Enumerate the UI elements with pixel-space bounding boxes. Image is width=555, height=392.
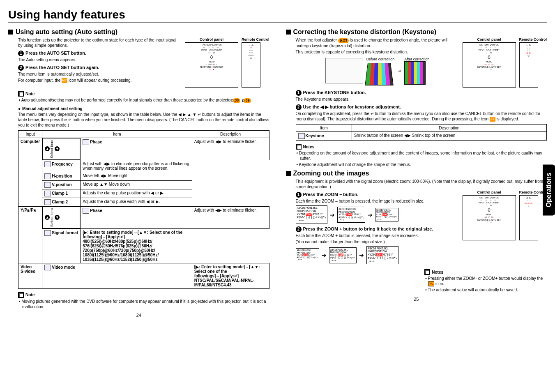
side-tab-operations: Operations (543, 164, 555, 215)
desc-videomode: [▶: Enter to setting mode]→[▲▼: Select o… (192, 263, 269, 288)
page-main-title: Using handy features (8, 8, 547, 23)
zoom-intro: This equipment is provided with the digi… (296, 179, 547, 189)
zoom-display-icon: ⤡ (428, 281, 434, 286)
desc-hpos: Move left ◀▶ Move right (81, 172, 192, 180)
arrow-icon: ➔ (322, 252, 327, 258)
row-input-computer: Computer (18, 138, 42, 206)
zoom-note-1: Pressing either the ZOOM- or ZOOM+ butto… (424, 276, 547, 286)
zoom-diagrams: Control panel FAN TEMP LAMP ON○ ○ ○ ○ IN… (463, 190, 547, 240)
zoom-control-panel: FAN TEMP LAMP ON○ ○ ○ ○ INPUT ON/STANDBY… (463, 195, 516, 240)
section-keystone-title: Correcting the keystone distortion (Keys… (286, 28, 547, 36)
th-desc: Description (192, 130, 269, 138)
select-item-label: Select Item (50, 140, 54, 158)
note-heading: Note (18, 91, 269, 97)
zoom-notes-heading: Notes (424, 269, 547, 275)
after-label: After correction (404, 57, 429, 61)
kst-th-item: Item (296, 125, 352, 132)
kst-step-1: 1Press the KEYSTONE button. (296, 90, 547, 96)
desc-vpos: Move up ▲▼ Move down (81, 180, 192, 189)
desc-frequency: Adjust with ◀▶ to eliminate periodic pat… (81, 160, 192, 172)
item-videomode: Video mode (42, 263, 192, 288)
desc-clamp2: Adjusts the clamp pulse width with ◀ or … (81, 198, 192, 206)
note-body: Auto adjustment/setting may not be perfo… (18, 97, 269, 103)
kst-th-desc: Description (352, 125, 546, 132)
arrow-icon: ➔ (359, 252, 364, 258)
item-vpos: V-position (42, 180, 81, 189)
kst-row-desc: Shrink button of the screen ◀▶ Shrink to… (352, 132, 546, 141)
zoom-sample-s2: ABCDEFGHIJKLMNOPQRSTUVWXYZ0123456789!"#$… (329, 247, 357, 263)
row-input-video: Video S-video (18, 263, 42, 288)
kst-step-2: 2Use the ◀ ▶ buttons for keystone adjust… (296, 104, 547, 110)
page-ref-23: p.23 (338, 38, 349, 43)
item-phase2: Phase (81, 206, 192, 228)
arrow-icon: ➔ (368, 212, 373, 218)
zoom-in-samples: ABCDEFGHIJKLMNOPQRSTUVWXYZ0123456789!"#$… (296, 246, 547, 264)
projector-icon (325, 58, 363, 83)
item-frequency: Frequency (42, 160, 81, 172)
manual-heading: Manual adjustment and setting (18, 106, 269, 111)
keystone-illustration: Before correction ➔ After correction (296, 57, 459, 85)
item-clamp2: Clamp 2 (42, 198, 81, 206)
section-zoom-title: Zooming out the images (286, 170, 547, 177)
kst-remote-diagram: ○ ⊚○ ○○ ○⊙ ⊙⊝ (519, 42, 538, 88)
before-label: Before correction (366, 57, 395, 61)
arrow-icon: ➔ (330, 212, 335, 218)
item-hpos: H-position (42, 172, 81, 180)
keystone-diagrams: Control panel FAN TEMP LAMP ON○ ○ ○ ○ IN… (463, 37, 547, 88)
desc-clamp1: Adjusts the clamp pulse position with ◀ … (81, 189, 192, 198)
control-diagrams: Control panel FAN TEMP LAMP ON ○ ○ ○ ○ I… (185, 37, 269, 88)
section-auto-setting-title: Using auto setting (Auto setting) (8, 28, 269, 36)
item-signalformat: Signal format (42, 228, 81, 263)
control-panel-label: Control panel (185, 37, 238, 42)
item-clamp1: Clamp 1 (42, 189, 81, 198)
kst-control-panel: FAN TEMP LAMP ON○ ○ ○ ○ INPUT ON/STANDBY… (463, 42, 516, 88)
th-input: Input (18, 130, 42, 138)
kst-notes-heading: Notes (296, 144, 547, 150)
right-page: Correcting the keystone distortion (Keys… (286, 26, 547, 318)
zoom-sample-2: ABCDEFGHIJKLMNOPQRSTUVWXYZ0123456789!"#$… (337, 207, 365, 223)
note2-body: Moving pictures generated with the DVD s… (18, 299, 269, 309)
up-down-icon: ▼ (55, 146, 60, 151)
row-input-ypbpr: Y/Pʙ/Pʀ (18, 206, 42, 263)
desc-signalformat: [▶: Enter to setting mode]→[▲▼: Select o… (81, 228, 192, 263)
zoom-sample-3: ABCDEFGHIJKLMNOPQRSTUVWXYZ0123456789!"#$… (375, 208, 398, 222)
control-panel-diagram: FAN TEMP LAMP ON ○ ○ ○ ○ INPUT ON/STANDB… (185, 42, 238, 88)
arrow-icon: ➔ (398, 69, 401, 73)
zoom-sample-1: ABCDEFGHIJKLMNOPQRSTUVWXYZ0123456789!"#$… (296, 205, 328, 224)
zoom-remote-diagram: ⊙ ⊙○ ○⊝ ⊝ ⊝○ (519, 195, 538, 240)
auto-icon: AUTO (62, 78, 67, 83)
processing-icon: ☐ (490, 117, 495, 122)
zoom-sample-s3: ABCDEFGHIJKLMNOPQRSTUVWXYZ0123456789!"#$… (366, 246, 398, 264)
kst-panel-label: Control panel (463, 37, 516, 42)
left-page: Using auto setting (Auto setting) Contro… (8, 26, 269, 318)
remote-control-diagram: ○ ⊚●○ ○○ ○⊙ ⊙⊝ (242, 42, 260, 88)
kst-step-1-body: The Keystone menu appears. (296, 97, 547, 102)
kst-remote-label: Remote Control (519, 37, 547, 42)
manual-adjust-table: Input Item Description Computer ▲Select … (18, 130, 269, 289)
zoom-note-2: The adjustment value will automatically … (424, 287, 547, 293)
page-ref-38: p.38 (233, 98, 240, 103)
kst-note-2: Keystone adjustment will not change the … (296, 162, 547, 167)
kst-step-2-body: On completing the adjustment, press the … (296, 111, 547, 122)
item-phase: Phase (81, 138, 192, 160)
desc-phase: Adjust with ◀▶ to eliminate flicker. (192, 138, 269, 160)
kst-note-1: Depending on the amount of keystone adju… (296, 150, 547, 161)
page-ref-39: p.39 (244, 98, 251, 103)
up-down-icon: ▲ (45, 146, 50, 151)
note2-heading: Note (18, 292, 269, 298)
desc-phase2: Adjust with ◀▶ to eliminate flicker. (192, 206, 269, 228)
remote-control-label: Remote Control (242, 37, 269, 42)
keystone-table: ItemDescription KeystoneShrink button of… (296, 124, 547, 141)
page-number-right: 25 (286, 297, 547, 302)
manual-body: The menu items vary depending on the inp… (18, 112, 269, 128)
zoom-panel-label: Control panel (463, 190, 516, 194)
zoom-sample-s1: ABCDEFGHIJKLMNOPQRSTUVWXYZ0123456789!"#$… (296, 248, 319, 262)
page-number-left: 24 (8, 313, 269, 318)
kst-row-item: Keystone (296, 132, 352, 141)
zoom-out-samples: ABCDEFGHIJKLMNOPQRSTUVWXYZ0123456789!"#$… (296, 205, 459, 224)
th-item: Item (42, 130, 192, 138)
